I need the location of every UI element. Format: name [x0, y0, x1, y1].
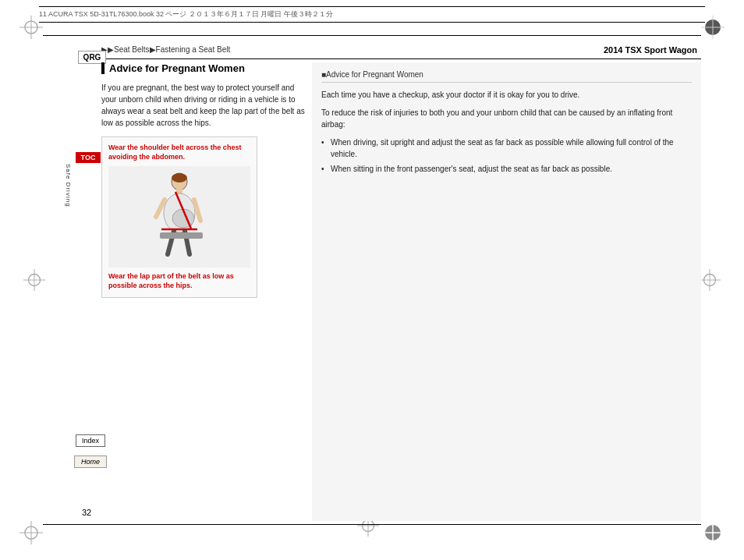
pregnant-woman-figure	[108, 166, 250, 268]
right-panel-para2: To reduce the risk of injuries to both y…	[321, 107, 692, 130]
page-title: 2014 TSX Sport Wagon	[604, 45, 697, 55]
left-cross-mark	[23, 269, 45, 291]
illustration-box: Wear the shoulder belt across the chest …	[101, 136, 257, 298]
safe-driving-label: Safe Driving	[65, 164, 72, 207]
illus-caption-top: Wear the shoulder belt across the chest …	[108, 144, 250, 161]
svg-line-27	[156, 200, 165, 217]
right-panel-para1: Each time you have a checkup, ask your d…	[321, 89, 692, 101]
top-header: 11 ACURA TSX 5D-31TL76300.book 32 ページ ２０…	[39, 6, 705, 23]
bullet-list: When driving, sit upright and adjust the…	[321, 136, 692, 175]
top-rule	[43, 35, 701, 36]
header-divider	[101, 58, 701, 59]
header-text: 11 ACURA TSX 5D-31TL76300.book 32 ページ ２０…	[39, 10, 333, 18]
corner-mark-br	[701, 521, 725, 544]
svg-line-28	[194, 200, 200, 221]
illus-caption-bottom: Wear the lap part of the belt as low as …	[108, 272, 250, 290]
corner-mark-bl	[19, 521, 43, 544]
breadcrumb: ▶▶Seat Belts▶Fastening a Seat Belt	[101, 45, 230, 54]
bottom-rule	[43, 524, 701, 525]
right-cross-mark	[699, 269, 721, 291]
svg-point-23	[172, 173, 187, 183]
list-item: When driving, sit upright and adjust the…	[321, 136, 692, 160]
toc-tab[interactable]: TOC	[76, 152, 101, 163]
list-item: When sitting in the front passenger's se…	[321, 163, 692, 175]
right-panel-title: ■Advice for Pregnant Women	[321, 70, 692, 83]
svg-rect-24	[176, 189, 182, 193]
section-title: Advice for Pregnant Women	[101, 62, 307, 74]
svg-rect-31	[160, 232, 203, 239]
body-text: If you are pregnant, the best way to pro…	[101, 82, 307, 129]
main-content: Advice for Pregnant Women If you are pre…	[101, 62, 307, 521]
page-number: 32	[82, 508, 91, 517]
right-panel: ■Advice for Pregnant Women Each time you…	[312, 62, 701, 521]
